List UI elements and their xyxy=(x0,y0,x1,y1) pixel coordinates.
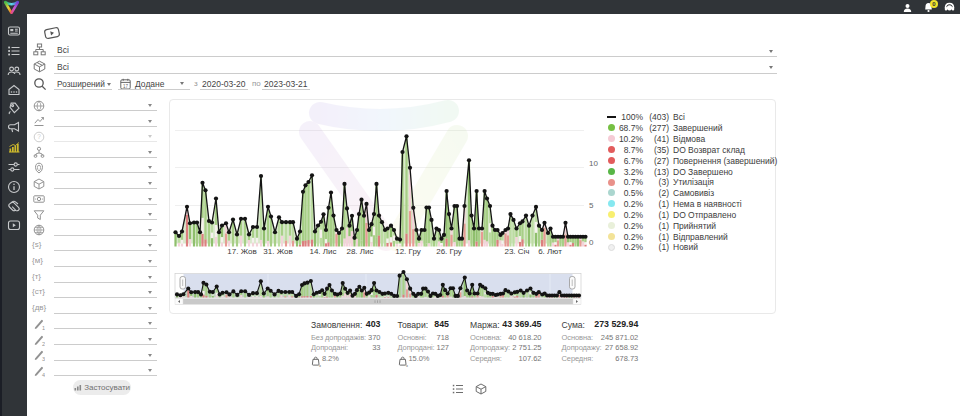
svg-text:4: 4 xyxy=(42,371,45,377)
svg-text:3: 3 xyxy=(42,356,45,362)
svg-text:x: x xyxy=(319,363,321,367)
svg-text:1: 1 xyxy=(42,324,45,330)
svg-text:2: 2 xyxy=(42,340,45,346)
svg-text:?: ? xyxy=(37,133,41,140)
svg-text:x: x xyxy=(406,363,408,367)
